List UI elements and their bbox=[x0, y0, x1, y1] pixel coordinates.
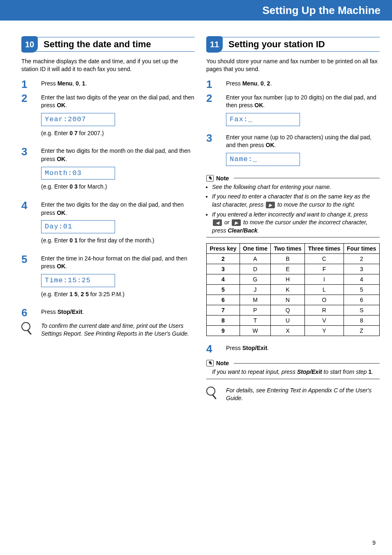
table-row: 8TUV8 bbox=[207, 315, 380, 326]
section-head-10: 10 Setting the date and time bbox=[21, 37, 195, 52]
td: W bbox=[240, 326, 270, 336]
note-rule-bottom bbox=[206, 379, 380, 379]
tip-confirm-date: To confirm the current date and time, pr… bbox=[21, 322, 195, 338]
td: 2 bbox=[344, 254, 379, 264]
b: 1 5 bbox=[69, 291, 77, 297]
t: Press bbox=[226, 345, 242, 351]
note-head: ✎ Note bbox=[206, 175, 380, 182]
b: OK bbox=[254, 102, 263, 108]
td: E bbox=[271, 264, 305, 274]
th: Four times bbox=[344, 244, 379, 254]
td: J bbox=[240, 285, 270, 295]
t: or bbox=[223, 219, 231, 226]
lcd-time: Time:15:25 bbox=[41, 274, 115, 287]
note-li-2: If you need to enter a character that is… bbox=[212, 193, 380, 209]
th: One time bbox=[240, 244, 270, 254]
t: Press bbox=[226, 80, 242, 87]
td: F bbox=[305, 264, 344, 274]
t: , bbox=[79, 80, 82, 87]
note-rule bbox=[234, 363, 380, 364]
td: Q bbox=[271, 305, 305, 315]
td: D bbox=[240, 264, 270, 274]
td: C bbox=[305, 254, 344, 264]
table-body: 2ABC23DEF34GHI45JKL56MNO67PQRS8TUV89WXYZ bbox=[207, 254, 380, 336]
note-body: If you want to repeat input, press Stop/… bbox=[206, 368, 380, 376]
char-entry-table: Press key One time Two times Three times… bbox=[206, 243, 380, 336]
intro-date-time: The machine displays the date and time, … bbox=[21, 58, 195, 73]
t: (e.g. Enter bbox=[41, 183, 69, 190]
step-num-1: 1 bbox=[21, 79, 41, 90]
t: . bbox=[65, 102, 67, 108]
b: OK bbox=[266, 142, 274, 148]
r-step-3-body: Enter your name (up to 20 characters) us… bbox=[226, 133, 380, 169]
tip-text: For details, see Entering Text in Append… bbox=[226, 387, 380, 402]
td: U bbox=[271, 315, 305, 326]
t: , bbox=[72, 80, 76, 87]
t: . bbox=[267, 345, 269, 351]
note-label: Note bbox=[216, 175, 229, 182]
arrow-right-icon: ▶ bbox=[232, 219, 241, 226]
td: 7 bbox=[207, 305, 240, 315]
note-icon: ✎ bbox=[206, 175, 214, 182]
t: to start from step bbox=[322, 368, 369, 375]
th: Two times bbox=[271, 244, 305, 254]
b: Stop/Exit bbox=[242, 345, 267, 351]
td: X bbox=[271, 326, 305, 336]
t: . bbox=[371, 368, 373, 375]
table-row: 6MNO6 bbox=[207, 295, 380, 305]
t: (e.g. Enter bbox=[41, 130, 69, 136]
section-title-station-id: Setting your station ID bbox=[228, 39, 325, 50]
td: B bbox=[271, 254, 305, 264]
b: OK bbox=[57, 156, 65, 162]
t: for March.) bbox=[78, 183, 107, 190]
td: N bbox=[271, 295, 305, 305]
r-step-num-2: 2 bbox=[206, 93, 226, 129]
header-title: Setting Up the Machine bbox=[263, 4, 380, 17]
td: V bbox=[305, 315, 344, 326]
note-label: Note bbox=[216, 360, 229, 366]
eg-time: (e.g. Enter 1 5, 2 5 for 3:25 P.M.) bbox=[41, 290, 195, 299]
t: . bbox=[65, 210, 67, 216]
step-5: 5 Enter the time in 24-hour format on th… bbox=[21, 254, 195, 304]
td: 6 bbox=[207, 295, 240, 305]
td: 8 bbox=[207, 315, 240, 326]
t: . bbox=[82, 309, 84, 315]
step-6: 6 Press Stop/Exit. bbox=[21, 307, 195, 318]
b: OK bbox=[57, 102, 65, 108]
eg-day: (e.g. Enter 0 1 for the first day of the… bbox=[41, 237, 195, 245]
step-1: 1 Press Menu, 0, 1. bbox=[21, 79, 195, 90]
lcd-fax: Fax:_ bbox=[226, 113, 300, 126]
t: If you entered a letter incorrectly and … bbox=[212, 211, 368, 218]
t: , bbox=[264, 80, 267, 87]
b: 2 5 bbox=[81, 291, 89, 297]
eg-month: (e.g. Enter 0 3 for March.) bbox=[41, 183, 195, 191]
step-num-3: 3 bbox=[21, 146, 41, 197]
td: A bbox=[240, 254, 270, 264]
step-num-6: 6 bbox=[21, 307, 41, 318]
td: G bbox=[240, 274, 270, 285]
note-rule-bottom bbox=[206, 237, 380, 237]
r-step-num-4: 4 bbox=[206, 343, 226, 354]
t: Enter your fax number (up to 20 digits) … bbox=[226, 94, 376, 109]
note-li-1: See the following chart for entering you… bbox=[212, 183, 380, 191]
td: R bbox=[305, 305, 344, 315]
t: . bbox=[270, 80, 272, 87]
header-band: Setting Up the Machine bbox=[0, 0, 392, 21]
td: K bbox=[271, 285, 305, 295]
t: to move the cursor to the right. bbox=[276, 201, 355, 208]
lcd-month: Month:03 bbox=[41, 167, 115, 180]
lcd-name: Name:_ bbox=[226, 153, 300, 166]
b: OK bbox=[57, 210, 65, 216]
b: 0 7 bbox=[69, 130, 77, 136]
td: Z bbox=[344, 326, 379, 336]
b: Menu bbox=[58, 80, 73, 87]
td: 4 bbox=[207, 274, 240, 285]
td: O bbox=[305, 295, 344, 305]
t: Press bbox=[41, 80, 58, 87]
td: H bbox=[271, 274, 305, 285]
t: Press bbox=[41, 309, 58, 315]
step-badge-11: 11 bbox=[206, 36, 223, 53]
step-5-body: Enter the time in 24-hour format on the … bbox=[41, 254, 195, 304]
step-num-5: 5 bbox=[21, 254, 41, 304]
th: Press key bbox=[207, 244, 240, 254]
